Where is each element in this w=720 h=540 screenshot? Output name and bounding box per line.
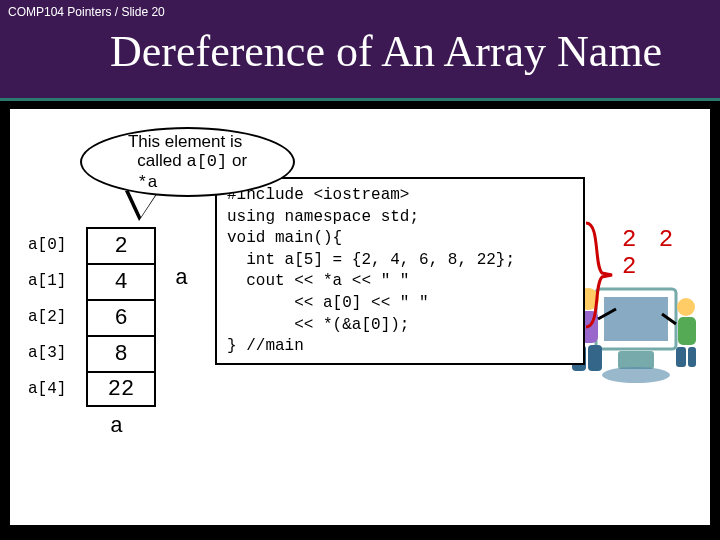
callout-line2-pre: called (137, 151, 186, 170)
array-index-2: a[2] (28, 299, 86, 335)
pointer-label-right: a (175, 266, 188, 291)
array-cell-1: 4 (86, 263, 156, 299)
table-row: a[2] 6 (28, 299, 156, 335)
page-title: Dereference of An Array Name (110, 26, 720, 77)
callout-line2-post: or (227, 151, 247, 170)
array-index-3: a[3] (28, 335, 86, 371)
array-cell-3: 8 (86, 335, 156, 371)
array-cell-2: 6 (86, 299, 156, 335)
table-row: a[0] 2 (28, 227, 156, 263)
brace-icon (584, 221, 614, 329)
program-output: 2 2 2 (622, 226, 710, 280)
table-row: a[4] 22 (28, 371, 156, 407)
callout-bubble: This element is called a[0] or *a (80, 127, 295, 197)
callout-code-stara: *a (137, 173, 157, 192)
array-index-4: a[4] (28, 371, 86, 407)
array-cell-0: 2 (86, 227, 156, 263)
table-row: a[1] 4 (28, 263, 156, 299)
svg-rect-13 (688, 347, 696, 367)
array-index-0: a[0] (28, 227, 86, 263)
svg-rect-10 (678, 317, 696, 345)
slide-header: COMP104 Pointers / Slide 20 (0, 0, 720, 26)
content-area: This element is called a[0] or *a a[0] 2… (10, 109, 710, 525)
svg-rect-7 (588, 345, 602, 371)
array-index-1: a[1] (28, 263, 86, 299)
callout-tail (125, 191, 159, 221)
svg-point-3 (602, 367, 670, 383)
title-area: Dereference of An Array Name (0, 26, 720, 101)
array-cell-4: 22 (86, 371, 156, 407)
callout-line1: This element is (128, 132, 242, 151)
code-block: #include <iostream> using namespace std;… (215, 177, 585, 365)
svg-rect-2 (618, 351, 654, 369)
array-diagram: a[0] 2 a[1] 4 a[2] 6 a[3] 8 a[4] 22 (28, 227, 156, 407)
svg-point-9 (677, 298, 695, 316)
pointer-label-bottom: a (110, 414, 123, 439)
svg-rect-12 (676, 347, 686, 367)
callout-code-a0: a[0] (186, 152, 227, 171)
table-row: a[3] 8 (28, 335, 156, 371)
